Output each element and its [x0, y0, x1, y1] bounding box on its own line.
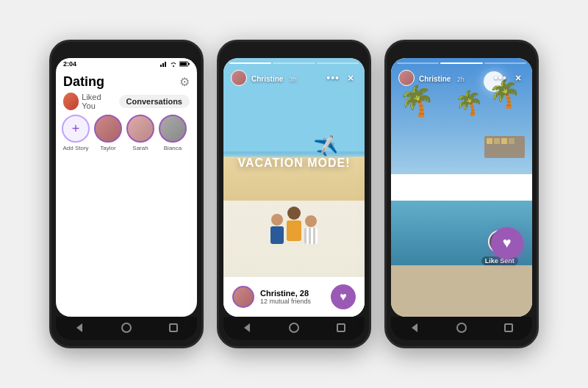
story-3-user-text: Christine 2h: [419, 71, 465, 85]
phone-notch-1: [104, 48, 148, 55]
girls-group: [270, 206, 318, 244]
phone-1-screen: 2:04: [56, 58, 197, 317]
add-story-label: Add Story: [62, 145, 88, 151]
story-2-time: 3h: [290, 76, 297, 83]
phone-3-screen: 🌴 🌴 🌴: [391, 58, 532, 317]
story-3-time: 2h: [457, 76, 465, 83]
story-2-profile-text: Christine, 28 12 mutual friends: [260, 289, 311, 305]
square-icon-2: [337, 323, 345, 332]
dating-header: Dating ⚙: [56, 70, 197, 93]
liked-you-label: Liked You: [82, 93, 112, 110]
stories-row: + Add Story Taylor Sarah Bianca: [56, 115, 197, 156]
status-time: 2:04: [63, 60, 76, 68]
back-icon-2: [244, 323, 250, 332]
add-story-circle: +: [62, 115, 90, 143]
add-story-item[interactable]: + Add Story: [62, 115, 90, 151]
tabs-row: Liked You Conversations: [56, 93, 197, 115]
story-sarah[interactable]: Sarah: [126, 115, 154, 151]
story-2-user-text: Christine 3h: [251, 71, 297, 85]
story-3-close-icon[interactable]: ×: [512, 71, 525, 85]
story-2-bottom-avatar: [232, 286, 254, 308]
vacation-overlay-text: VACATION MODE!: [238, 157, 351, 170]
story-2-user-info: Christine 3h: [231, 70, 297, 86]
home-button[interactable]: [120, 321, 133, 334]
story-3-username: Christine: [419, 75, 451, 83]
status-bar-1: 2:04: [56, 58, 197, 70]
gear-icon[interactable]: ⚙: [179, 75, 190, 89]
svg-rect-0: [160, 65, 162, 67]
signal-icon: [160, 61, 168, 67]
phone-3: 🌴 🌴 🌴: [384, 40, 539, 348]
story-3-screen: 🌴 🌴 🌴: [391, 58, 532, 317]
story-2-name: Christine, 28: [260, 289, 311, 298]
battery-icon: [179, 61, 190, 67]
heart-icon-3: ♥: [503, 234, 512, 251]
home-button-2[interactable]: [287, 321, 301, 334]
svg-rect-4: [180, 62, 187, 65]
recents-button-2[interactable]: [334, 321, 348, 334]
phone-2-screen: Christine 3h ••• × VACATION MODE! ✈️: [223, 58, 365, 317]
story-2-like-button[interactable]: ♥: [331, 284, 356, 309]
phone-notch-2: [272, 48, 316, 55]
story-bianca[interactable]: Bianca: [159, 115, 187, 151]
home-icon-3: [456, 323, 467, 333]
story-3-actions: ••• ×: [494, 71, 525, 85]
back-icon-3: [412, 323, 417, 332]
phone-notch-3: [440, 48, 484, 55]
back-icon: [76, 323, 82, 332]
phone-3-wrapper: 🌴 🌴 🌴: [384, 40, 539, 348]
resort-building: [484, 136, 525, 158]
taylor-circle: [94, 115, 122, 143]
home-icon-2: [289, 323, 299, 333]
phone-3-bottom-nav: [391, 317, 532, 340]
tab-conversations[interactable]: Conversations: [119, 95, 190, 108]
svg-rect-5: [188, 63, 190, 65]
story-2-avatar: [231, 70, 247, 86]
sarah-circle: [126, 115, 154, 143]
wifi-icon: [170, 61, 177, 67]
story-2-username: Christine: [251, 75, 283, 83]
sarah-label: Sarah: [132, 145, 148, 151]
phone-1: 2:04: [49, 40, 204, 348]
svg-rect-2: [165, 62, 166, 67]
like-sent-badge: ♥ Like Sent: [481, 230, 518, 265]
story-2-close-icon[interactable]: ×: [344, 71, 357, 85]
phone-1-wrapper: 2:04: [49, 40, 204, 348]
back-button-3[interactable]: [408, 321, 421, 334]
back-button[interactable]: [73, 321, 86, 334]
square-icon-3: [504, 323, 513, 332]
palm-tree-3: 🌴: [454, 89, 484, 117]
recents-button-3[interactable]: [502, 321, 515, 334]
story-taylor[interactable]: Taylor: [94, 115, 122, 151]
home-button-3[interactable]: [455, 321, 468, 334]
heart-icon-2: ♥: [340, 290, 347, 303]
square-icon: [169, 323, 178, 332]
conversations-label: Conversations: [126, 97, 182, 106]
phone-2-wrapper: Christine 3h ••• × VACATION MODE! ✈️: [217, 40, 371, 348]
phone-2: Christine 3h ••• × VACATION MODE! ✈️: [217, 40, 371, 348]
story-2-mutual: 12 mutual friends: [260, 298, 311, 305]
story-3-user-info: Christine 2h: [398, 70, 465, 86]
story-2-top-bar: Christine 3h ••• ×: [223, 64, 365, 89]
story-2-bottom-card: Christine, 28 12 mutual friends ♥: [223, 277, 365, 317]
phone-2-bottom-nav: [223, 317, 365, 340]
phone-1-bottom-nav: [56, 317, 197, 340]
home-icon: [121, 323, 132, 333]
svg-rect-1: [162, 63, 164, 67]
back-button-2[interactable]: [240, 321, 254, 334]
like-heart-button: ♥: [491, 227, 523, 259]
status-icons-1: [160, 61, 190, 67]
bianca-circle: [159, 115, 187, 143]
story-3-dots-icon[interactable]: •••: [494, 72, 507, 84]
story-2-bottom-user: Christine, 28 12 mutual friends: [232, 286, 311, 308]
tab-liked-you[interactable]: Liked You: [63, 93, 113, 110]
recents-button[interactable]: [167, 321, 180, 334]
taylor-label: Taylor: [100, 145, 115, 151]
palm-tree-1: 🌴: [398, 84, 435, 118]
liked-avatar: [63, 93, 79, 110]
dating-title: Dating: [63, 74, 104, 90]
story-2-screen: Christine 3h ••• × VACATION MODE! ✈️: [223, 58, 365, 317]
bianca-label: Bianca: [164, 145, 182, 151]
pool-bg: 🌴 🌴 🌴: [391, 58, 532, 317]
story-2-dots-icon[interactable]: •••: [326, 72, 340, 84]
